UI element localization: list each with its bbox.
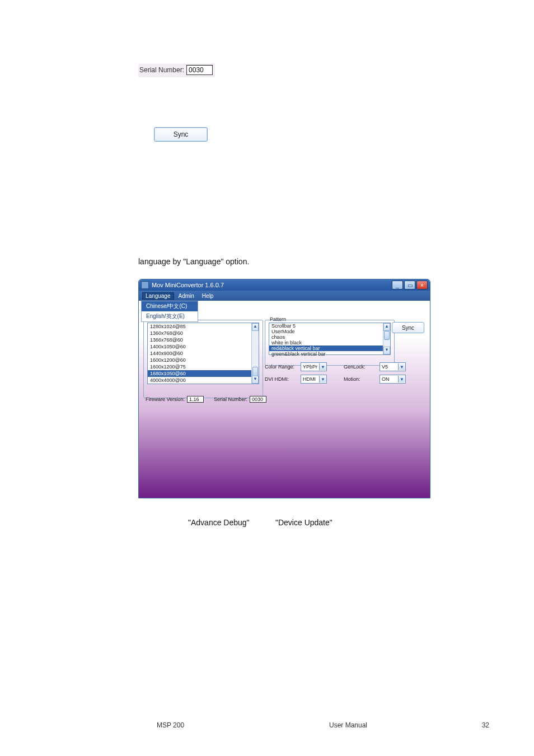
- output-format-item[interactable]: 1366x768@60: [148, 337, 259, 343]
- pattern-item[interactable]: green&black vertical bar: [269, 351, 390, 357]
- pattern-item[interactable]: UserMode: [269, 329, 390, 334]
- firmware-version-label: Fireware Version:: [146, 396, 185, 402]
- app-sync-button[interactable]: Sync: [392, 322, 424, 333]
- footer-page-number: 32: [367, 721, 500, 729]
- scroll-thumb[interactable]: [384, 331, 390, 340]
- window-maximize-button[interactable]: ▭: [404, 281, 415, 290]
- pattern-listbox[interactable]: Scrollbar 5 UserMode chaos white in blac…: [269, 323, 391, 355]
- motion-value: ON: [380, 376, 398, 382]
- chevron-down-icon: ▼: [319, 376, 326, 382]
- page-footer: MSP 200 User Manual 32: [34, 721, 500, 729]
- dvi-hdmi-combo[interactable]: HDMI ▼: [301, 375, 327, 384]
- chevron-down-icon: ▼: [398, 376, 405, 382]
- body-text-language-line: language by "Language" option.: [138, 257, 249, 266]
- sync-button[interactable]: Sync: [154, 127, 208, 142]
- menubar: Language Admin Help: [139, 291, 430, 301]
- app-icon: [141, 281, 149, 289]
- output-format-item[interactable]: 1280x1024@85: [148, 323, 259, 330]
- text-advance-debug: "Advance Debug": [188, 518, 250, 527]
- pattern-scrollbar[interactable]: ▲ ▼: [383, 323, 390, 354]
- scroll-up-icon[interactable]: ▲: [383, 323, 390, 331]
- dvi-hdmi-value: HDMI: [301, 376, 319, 382]
- genlock-value: V5: [380, 364, 398, 370]
- chevron-down-icon: ▼: [398, 363, 405, 370]
- scroll-down-icon[interactable]: ▼: [383, 347, 390, 354]
- window-close-button[interactable]: ×: [416, 281, 428, 290]
- genlock-label: GenLock:: [344, 364, 376, 370]
- language-option-chinese[interactable]: Chinese/中文(C): [142, 301, 198, 311]
- scroll-up-icon[interactable]: ▲: [252, 323, 259, 331]
- group-output-format: Output Format 1280x1024@85 1360x768@60 1…: [143, 320, 263, 398]
- genlock-combo[interactable]: V5 ▼: [380, 362, 406, 371]
- serial-number-label: Serial Number:: [139, 66, 184, 74]
- client-area: Output Format 1280x1024@85 1360x768@60 1…: [139, 301, 430, 498]
- pattern-item[interactable]: Scrollbar 5: [269, 323, 390, 329]
- footer-center: User Manual: [279, 721, 367, 729]
- app-window: Mov MiniConvertor 1.6.0.7 _ ▭ × Language…: [138, 279, 430, 498]
- firmware-sn-label: Serial Number:: [214, 396, 247, 402]
- firmware-version-value[interactable]: 1.16: [187, 396, 204, 403]
- scroll-down-icon[interactable]: ▼: [252, 376, 259, 384]
- output-format-item[interactable]: 1600x1200@75: [148, 363, 259, 370]
- firmware-sn-value[interactable]: 0030: [250, 396, 266, 403]
- app-sync-button-label: Sync: [402, 325, 414, 331]
- titlebar[interactable]: Mov MiniConvertor 1.6.0.7 _ ▭ ×: [139, 279, 430, 291]
- pattern-item[interactable]: chaos: [269, 334, 390, 340]
- motion-combo[interactable]: ON ▼: [380, 375, 406, 384]
- window-minimize-button[interactable]: _: [392, 281, 403, 290]
- group-pattern-caption: Pattern: [269, 316, 287, 322]
- group-pattern: Pattern Scrollbar 5 UserMode chaos white…: [265, 320, 395, 366]
- serial-number-strip: Serial Number: 0030: [138, 64, 215, 77]
- chevron-down-icon: ▼: [319, 363, 326, 370]
- output-format-item-selected[interactable]: 1680x1050@60: [148, 370, 259, 377]
- motion-label: Motion:: [344, 376, 376, 382]
- output-format-item[interactable]: 4000x4000@00: [148, 377, 259, 384]
- window-title: Mov MiniConvertor 1.6.0.7: [152, 282, 392, 288]
- sync-button-label: Sync: [174, 130, 189, 138]
- language-dropdown: Chinese/中文(C) English/英文(E): [141, 301, 198, 322]
- footer-left: MSP 200: [34, 721, 279, 729]
- output-format-scrollbar[interactable]: ▲ ▼: [251, 323, 259, 384]
- output-format-item[interactable]: 1600x1200@60: [148, 357, 259, 363]
- row-controls: Color Range: YPbPr ▼ GenLock: V5 ▼ DVI H…: [265, 362, 406, 387]
- output-format-item[interactable]: 1440x900@60: [148, 350, 259, 357]
- dvi-hdmi-label: DVI HDMI:: [265, 376, 297, 382]
- pattern-item[interactable]: white in black: [269, 340, 390, 346]
- firmware-line: Fireware Version: 1.16 Serial Number: 00…: [146, 396, 266, 403]
- serial-number-value[interactable]: 0030: [186, 65, 213, 75]
- output-format-item[interactable]: 1400x1050@60: [148, 343, 259, 350]
- menu-language[interactable]: Language: [142, 292, 174, 300]
- menu-admin[interactable]: Admin: [175, 292, 198, 300]
- text-device-update: "Device Update": [275, 518, 332, 527]
- color-range-label: Color Range:: [265, 364, 297, 370]
- output-format-listbox[interactable]: 1280x1024@85 1360x768@60 1366x768@60 140…: [147, 323, 259, 384]
- language-option-english[interactable]: English/英文(E): [142, 311, 198, 321]
- color-range-combo[interactable]: YPbPr ▼: [301, 362, 327, 371]
- pattern-item-selected[interactable]: red&black vertical bar: [269, 346, 390, 351]
- menu-help[interactable]: Help: [199, 292, 217, 300]
- output-format-item[interactable]: 1360x768@60: [148, 330, 259, 337]
- color-range-value: YPbPr: [301, 364, 319, 370]
